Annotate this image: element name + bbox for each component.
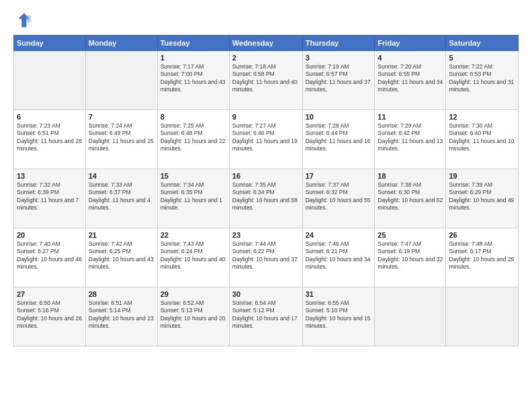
calendar-week-4: 20Sunrise: 7:40 AM Sunset: 6:27 PM Dayli… [14, 228, 519, 287]
day-number: 15 [161, 172, 226, 180]
day-number: 30 [232, 290, 300, 298]
day-number: 28 [89, 290, 154, 298]
day-number: 26 [449, 231, 515, 239]
day-number: 4 [378, 54, 443, 62]
weekday-header-friday: Friday [375, 36, 446, 51]
day-number: 16 [232, 172, 300, 180]
day-number: 7 [89, 113, 154, 121]
day-info: Sunrise: 7:18 AM Sunset: 6:58 PM Dayligh… [232, 63, 300, 94]
day-number: 9 [232, 113, 300, 121]
calendar-cell: 26Sunrise: 7:48 AM Sunset: 6:17 PM Dayli… [446, 228, 519, 287]
day-info: Sunrise: 7:33 AM Sunset: 6:37 PM Dayligh… [89, 181, 154, 212]
day-number: 1 [161, 54, 226, 62]
day-info: Sunrise: 7:23 AM Sunset: 6:51 PM Dayligh… [17, 122, 83, 153]
day-info: Sunrise: 7:47 AM Sunset: 6:19 PM Dayligh… [378, 240, 443, 271]
calendar-cell: 1Sunrise: 7:17 AM Sunset: 7:00 PM Daylig… [157, 51, 229, 110]
day-info: Sunrise: 7:20 AM Sunset: 6:55 PM Dayligh… [378, 63, 443, 94]
calendar-cell: 5Sunrise: 7:22 AM Sunset: 6:53 PM Daylig… [446, 51, 519, 110]
calendar-cell: 31Sunrise: 6:55 AM Sunset: 5:10 PM Dayli… [302, 287, 375, 347]
day-number: 21 [89, 231, 154, 239]
day-number: 13 [17, 172, 83, 180]
day-info: Sunrise: 7:43 AM Sunset: 6:24 PM Dayligh… [161, 240, 226, 271]
calendar-cell: 12Sunrise: 7:30 AM Sunset: 6:40 PM Dayli… [446, 110, 519, 169]
day-info: Sunrise: 7:24 AM Sunset: 6:49 PM Dayligh… [89, 122, 154, 153]
day-number: 23 [232, 231, 300, 239]
day-info: Sunrise: 6:52 AM Sunset: 5:13 PM Dayligh… [161, 300, 226, 330]
day-info: Sunrise: 7:29 AM Sunset: 6:42 PM Dayligh… [378, 122, 443, 153]
calendar-cell: 21Sunrise: 7:42 AM Sunset: 6:25 PM Dayli… [85, 228, 157, 287]
calendar-cell: 28Sunrise: 6:51 AM Sunset: 5:14 PM Dayli… [85, 287, 157, 347]
day-info: Sunrise: 7:17 AM Sunset: 7:00 PM Dayligh… [161, 63, 226, 94]
calendar-cell: 25Sunrise: 7:47 AM Sunset: 6:19 PM Dayli… [375, 228, 446, 287]
calendar-cell: 8Sunrise: 7:25 AM Sunset: 6:48 PM Daylig… [157, 110, 229, 169]
calendar-cell [14, 51, 86, 110]
calendar-week-3: 13Sunrise: 7:32 AM Sunset: 6:39 PM Dayli… [14, 169, 519, 228]
calendar-cell: 20Sunrise: 7:40 AM Sunset: 6:27 PM Dayli… [14, 228, 86, 287]
day-info: Sunrise: 7:30 AM Sunset: 6:40 PM Dayligh… [449, 122, 515, 153]
calendar-week-5: 27Sunrise: 6:50 AM Sunset: 5:16 PM Dayli… [14, 287, 519, 347]
calendar-cell: 29Sunrise: 6:52 AM Sunset: 5:13 PM Dayli… [157, 287, 229, 347]
day-info: Sunrise: 7:37 AM Sunset: 6:32 PM Dayligh… [306, 181, 372, 212]
calendar-cell: 14Sunrise: 7:33 AM Sunset: 6:37 PM Dayli… [85, 169, 157, 228]
day-info: Sunrise: 7:32 AM Sunset: 6:39 PM Dayligh… [17, 181, 83, 212]
weekday-header-tuesday: Tuesday [157, 36, 229, 51]
day-number: 27 [17, 290, 83, 298]
day-number: 29 [161, 290, 226, 298]
calendar-cell: 9Sunrise: 7:27 AM Sunset: 6:46 PM Daylig… [229, 110, 302, 169]
day-number: 18 [378, 172, 443, 180]
calendar-cell: 16Sunrise: 7:35 AM Sunset: 6:34 PM Dayli… [229, 169, 302, 228]
calendar-table: SundayMondayTuesdayWednesdayThursdayFrid… [13, 35, 519, 347]
day-number: 24 [306, 231, 372, 239]
day-info: Sunrise: 7:48 AM Sunset: 6:17 PM Dayligh… [449, 240, 515, 271]
day-number: 6 [17, 113, 83, 121]
weekday-header-monday: Monday [85, 36, 157, 51]
calendar-cell: 22Sunrise: 7:43 AM Sunset: 6:24 PM Dayli… [157, 228, 229, 287]
day-info: Sunrise: 7:35 AM Sunset: 6:34 PM Dayligh… [232, 181, 300, 212]
calendar-cell: 11Sunrise: 7:29 AM Sunset: 6:42 PM Dayli… [375, 110, 446, 169]
day-number: 25 [378, 231, 443, 239]
page: SundayMondayTuesdayWednesdayThursdayFrid… [0, 0, 532, 411]
day-info: Sunrise: 7:25 AM Sunset: 6:48 PM Dayligh… [161, 122, 226, 153]
day-number: 3 [306, 54, 372, 62]
logo [13, 11, 35, 30]
calendar-cell: 13Sunrise: 7:32 AM Sunset: 6:39 PM Dayli… [14, 169, 86, 228]
weekday-header-row: SundayMondayTuesdayWednesdayThursdayFrid… [14, 36, 519, 51]
calendar-cell: 6Sunrise: 7:23 AM Sunset: 6:51 PM Daylig… [14, 110, 86, 169]
day-number: 14 [89, 172, 154, 180]
calendar-cell: 17Sunrise: 7:37 AM Sunset: 6:32 PM Dayli… [302, 169, 375, 228]
day-number: 2 [232, 54, 300, 62]
day-number: 19 [449, 172, 515, 180]
calendar-cell [446, 287, 519, 347]
day-info: Sunrise: 7:40 AM Sunset: 6:27 PM Dayligh… [17, 240, 83, 271]
calendar-week-1: 1Sunrise: 7:17 AM Sunset: 7:00 PM Daylig… [14, 51, 519, 110]
day-info: Sunrise: 7:27 AM Sunset: 6:46 PM Dayligh… [232, 122, 300, 153]
header [13, 11, 519, 30]
calendar-cell: 30Sunrise: 6:54 AM Sunset: 5:12 PM Dayli… [229, 287, 302, 347]
day-info: Sunrise: 6:55 AM Sunset: 5:10 PM Dayligh… [306, 300, 372, 330]
calendar-cell: 27Sunrise: 6:50 AM Sunset: 5:16 PM Dayli… [14, 287, 86, 347]
calendar-cell: 4Sunrise: 7:20 AM Sunset: 6:55 PM Daylig… [375, 51, 446, 110]
calendar-cell [375, 287, 446, 347]
day-number: 17 [306, 172, 372, 180]
day-info: Sunrise: 7:38 AM Sunset: 6:30 PM Dayligh… [378, 181, 443, 212]
day-number: 20 [17, 231, 83, 239]
day-number: 11 [378, 113, 443, 121]
day-info: Sunrise: 7:39 AM Sunset: 6:29 PM Dayligh… [449, 181, 515, 212]
calendar-cell: 7Sunrise: 7:24 AM Sunset: 6:49 PM Daylig… [85, 110, 157, 169]
day-info: Sunrise: 7:44 AM Sunset: 6:22 PM Dayligh… [232, 240, 300, 271]
calendar-cell: 2Sunrise: 7:18 AM Sunset: 6:58 PM Daylig… [229, 51, 302, 110]
day-number: 31 [306, 290, 372, 298]
calendar-cell: 18Sunrise: 7:38 AM Sunset: 6:30 PM Dayli… [375, 169, 446, 228]
svg-marker-2 [26, 15, 31, 23]
day-number: 22 [161, 231, 226, 239]
logo-icon [13, 11, 32, 30]
weekday-header-sunday: Sunday [14, 36, 86, 51]
weekday-header-wednesday: Wednesday [229, 36, 302, 51]
day-number: 12 [449, 113, 515, 121]
day-info: Sunrise: 7:42 AM Sunset: 6:25 PM Dayligh… [89, 240, 154, 271]
day-info: Sunrise: 7:19 AM Sunset: 6:57 PM Dayligh… [306, 63, 372, 94]
day-info: Sunrise: 7:34 AM Sunset: 6:35 PM Dayligh… [161, 181, 226, 212]
day-number: 8 [161, 113, 226, 121]
weekday-header-saturday: Saturday [446, 36, 519, 51]
day-info: Sunrise: 7:28 AM Sunset: 6:44 PM Dayligh… [306, 122, 372, 153]
